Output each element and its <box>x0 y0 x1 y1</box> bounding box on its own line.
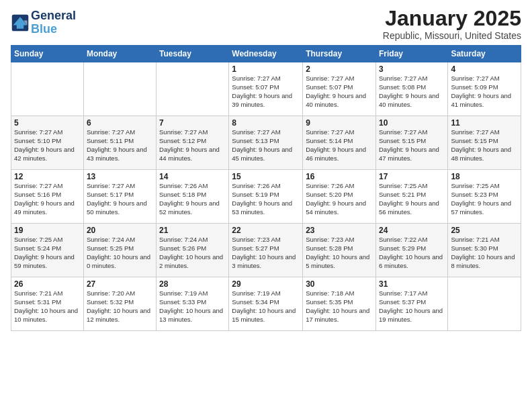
day-info: Sunrise: 7:27 AM Sunset: 5:07 PM Dayligh… <box>232 75 300 109</box>
day-number: 22 <box>232 226 300 235</box>
calendar-cell: 6Sunrise: 7:27 AM Sunset: 5:11 PM Daylig… <box>83 116 156 170</box>
month-title: January 2025 <box>383 7 521 30</box>
day-number: 5 <box>14 118 81 128</box>
weekday-header-wednesday: Wednesday <box>229 46 303 62</box>
week-row-4: 19Sunrise: 7:25 AM Sunset: 5:24 PM Dayli… <box>11 224 521 277</box>
week-row-2: 5Sunrise: 7:27 AM Sunset: 5:10 PM Daylig… <box>11 116 521 170</box>
day-info: Sunrise: 7:19 AM Sunset: 5:34 PM Dayligh… <box>232 289 300 324</box>
weekday-header-thursday: Thursday <box>303 46 376 62</box>
calendar-cell: 21Sunrise: 7:24 AM Sunset: 5:26 PM Dayli… <box>157 224 229 277</box>
day-number: 24 <box>379 226 445 235</box>
day-info: Sunrise: 7:23 AM Sunset: 5:27 PM Dayligh… <box>232 236 300 270</box>
calendar-cell: 3Sunrise: 7:27 AM Sunset: 5:08 PM Daylig… <box>375 62 447 116</box>
day-number: 25 <box>451 226 518 235</box>
calendar-cell: 11Sunrise: 7:27 AM Sunset: 5:15 PM Dayli… <box>448 116 521 170</box>
calendar-cell <box>83 62 156 116</box>
day-number: 15 <box>232 172 300 181</box>
logo-text: General Blue <box>31 9 76 36</box>
calendar-cell: 5Sunrise: 7:27 AM Sunset: 5:10 PM Daylig… <box>11 116 84 170</box>
day-number: 19 <box>14 226 81 235</box>
calendar-cell: 12Sunrise: 7:27 AM Sunset: 5:16 PM Dayli… <box>11 170 84 224</box>
title-area: January 2025 Republic, Missouri, United … <box>383 7 521 41</box>
weekday-header-tuesday: Tuesday <box>157 46 229 62</box>
weekday-header-saturday: Saturday <box>448 46 521 62</box>
calendar-cell: 13Sunrise: 7:27 AM Sunset: 5:17 PM Dayli… <box>83 170 156 224</box>
day-number: 21 <box>159 226 226 235</box>
calendar-cell: 7Sunrise: 7:27 AM Sunset: 5:12 PM Daylig… <box>157 116 229 170</box>
day-number: 29 <box>232 279 300 289</box>
calendar-cell: 9Sunrise: 7:27 AM Sunset: 5:14 PM Daylig… <box>303 116 376 170</box>
calendar-cell: 25Sunrise: 7:21 AM Sunset: 5:30 PM Dayli… <box>448 224 521 277</box>
calendar-cell: 20Sunrise: 7:24 AM Sunset: 5:25 PM Dayli… <box>83 224 156 277</box>
day-info: Sunrise: 7:26 AM Sunset: 5:18 PM Dayligh… <box>159 182 226 216</box>
calendar-cell <box>157 62 229 116</box>
day-info: Sunrise: 7:25 AM Sunset: 5:21 PM Dayligh… <box>379 182 445 216</box>
day-info: Sunrise: 7:22 AM Sunset: 5:29 PM Dayligh… <box>379 236 445 270</box>
calendar-cell: 26Sunrise: 7:21 AM Sunset: 5:31 PM Dayli… <box>11 277 84 331</box>
day-number: 9 <box>306 118 373 128</box>
week-row-1: 1Sunrise: 7:27 AM Sunset: 5:07 PM Daylig… <box>11 62 521 116</box>
weekday-header-row: SundayMondayTuesdayWednesdayThursdayFrid… <box>11 46 521 62</box>
day-number: 12 <box>14 172 81 181</box>
day-info: Sunrise: 7:27 AM Sunset: 5:12 PM Dayligh… <box>159 128 226 163</box>
day-info: Sunrise: 7:27 AM Sunset: 5:16 PM Dayligh… <box>14 182 81 216</box>
weekday-header-sunday: Sunday <box>11 46 84 62</box>
day-number: 17 <box>379 172 445 181</box>
day-info: Sunrise: 7:20 AM Sunset: 5:32 PM Dayligh… <box>87 289 153 324</box>
calendar-cell <box>448 277 521 331</box>
location-subtitle: Republic, Missouri, United States <box>383 30 521 41</box>
day-number: 10 <box>379 118 445 128</box>
calendar-cell: 31Sunrise: 7:17 AM Sunset: 5:37 PM Dayli… <box>375 277 447 331</box>
calendar-cell: 4Sunrise: 7:27 AM Sunset: 5:09 PM Daylig… <box>448 62 521 116</box>
calendar-cell: 10Sunrise: 7:27 AM Sunset: 5:15 PM Dayli… <box>375 116 447 170</box>
calendar-cell: 19Sunrise: 7:25 AM Sunset: 5:24 PM Dayli… <box>11 224 84 277</box>
day-info: Sunrise: 7:27 AM Sunset: 5:07 PM Dayligh… <box>306 75 373 109</box>
day-info: Sunrise: 7:21 AM Sunset: 5:31 PM Dayligh… <box>14 289 81 324</box>
calendar-cell <box>11 62 84 116</box>
day-info: Sunrise: 7:25 AM Sunset: 5:23 PM Dayligh… <box>451 182 518 216</box>
day-number: 28 <box>159 279 226 289</box>
calendar-cell: 14Sunrise: 7:26 AM Sunset: 5:18 PM Dayli… <box>157 170 229 224</box>
calendar-cell: 16Sunrise: 7:26 AM Sunset: 5:20 PM Dayli… <box>303 170 376 224</box>
day-info: Sunrise: 7:23 AM Sunset: 5:28 PM Dayligh… <box>306 236 373 270</box>
day-number: 7 <box>159 118 226 128</box>
calendar-cell: 30Sunrise: 7:18 AM Sunset: 5:35 PM Dayli… <box>303 277 376 331</box>
calendar-cell: 15Sunrise: 7:26 AM Sunset: 5:19 PM Dayli… <box>229 170 303 224</box>
calendar-cell: 23Sunrise: 7:23 AM Sunset: 5:28 PM Dayli… <box>303 224 376 277</box>
day-info: Sunrise: 7:27 AM Sunset: 5:15 PM Dayligh… <box>451 128 518 163</box>
day-info: Sunrise: 7:27 AM Sunset: 5:13 PM Dayligh… <box>232 128 300 163</box>
calendar-cell: 1Sunrise: 7:27 AM Sunset: 5:07 PM Daylig… <box>229 62 303 116</box>
calendar-cell: 29Sunrise: 7:19 AM Sunset: 5:34 PM Dayli… <box>229 277 303 331</box>
day-info: Sunrise: 7:27 AM Sunset: 5:10 PM Dayligh… <box>14 128 81 163</box>
day-info: Sunrise: 7:19 AM Sunset: 5:33 PM Dayligh… <box>159 289 226 324</box>
day-number: 11 <box>451 118 518 128</box>
day-info: Sunrise: 7:27 AM Sunset: 5:09 PM Dayligh… <box>451 75 518 109</box>
calendar-cell: 17Sunrise: 7:25 AM Sunset: 5:21 PM Dayli… <box>375 170 447 224</box>
day-info: Sunrise: 7:27 AM Sunset: 5:17 PM Dayligh… <box>87 182 153 216</box>
day-number: 23 <box>306 226 373 235</box>
day-number: 30 <box>306 279 373 289</box>
day-info: Sunrise: 7:25 AM Sunset: 5:24 PM Dayligh… <box>14 236 81 270</box>
day-info: Sunrise: 7:27 AM Sunset: 5:15 PM Dayligh… <box>379 128 445 163</box>
day-number: 1 <box>232 64 300 74</box>
day-info: Sunrise: 7:17 AM Sunset: 5:37 PM Dayligh… <box>379 289 445 324</box>
day-info: Sunrise: 7:24 AM Sunset: 5:26 PM Dayligh… <box>159 236 226 270</box>
day-number: 27 <box>87 279 153 289</box>
day-number: 16 <box>306 172 373 181</box>
day-number: 6 <box>87 118 153 128</box>
day-info: Sunrise: 7:24 AM Sunset: 5:25 PM Dayligh… <box>87 236 153 270</box>
logo: General Blue <box>11 9 76 36</box>
week-row-3: 12Sunrise: 7:27 AM Sunset: 5:16 PM Dayli… <box>11 170 521 224</box>
logo-line1: General <box>31 9 76 23</box>
header: General Blue January 2025 Republic, Miss… <box>11 7 521 41</box>
day-number: 18 <box>451 172 518 181</box>
day-info: Sunrise: 7:27 AM Sunset: 5:08 PM Dayligh… <box>379 75 445 109</box>
day-number: 2 <box>306 64 373 74</box>
day-info: Sunrise: 7:18 AM Sunset: 5:35 PM Dayligh… <box>306 289 373 324</box>
day-number: 4 <box>451 64 518 74</box>
day-number: 8 <box>232 118 300 128</box>
day-info: Sunrise: 7:27 AM Sunset: 5:14 PM Dayligh… <box>306 128 373 163</box>
calendar-cell: 2Sunrise: 7:27 AM Sunset: 5:07 PM Daylig… <box>303 62 376 116</box>
day-number: 20 <box>87 226 153 235</box>
weekday-header-monday: Monday <box>83 46 156 62</box>
